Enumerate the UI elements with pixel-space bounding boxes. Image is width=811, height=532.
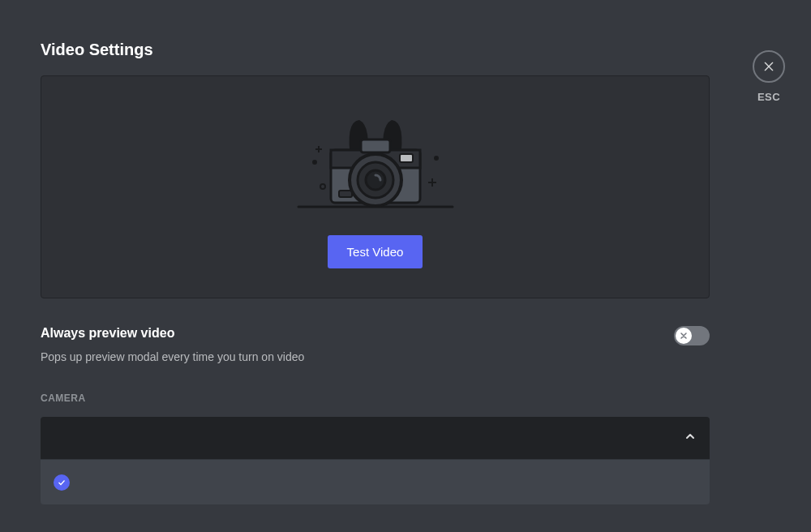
always-preview-description: Pops up preview modal every time you tur…	[41, 350, 304, 363]
close-button[interactable]	[753, 50, 785, 83]
camera-dropdown-option[interactable]	[41, 459, 710, 504]
svg-point-8	[366, 170, 385, 190]
test-video-button[interactable]: Test Video	[328, 235, 423, 268]
close-icon	[762, 60, 775, 73]
camera-illustration-icon	[294, 105, 457, 211]
check-icon	[54, 474, 70, 491]
camera-dropdown-header[interactable]	[41, 417, 710, 459]
camera-section-label: CAMERA	[41, 393, 710, 404]
video-preview-box: Test Video	[41, 75, 710, 298]
always-preview-title: Always preview video	[41, 326, 304, 341]
toggle-knob	[676, 328, 692, 344]
always-preview-toggle[interactable]	[674, 326, 710, 345]
esc-label: ESC	[757, 91, 780, 103]
svg-point-9	[313, 161, 316, 164]
svg-rect-3	[361, 139, 390, 152]
svg-point-11	[435, 157, 438, 160]
svg-rect-4	[400, 154, 413, 162]
svg-point-10	[320, 184, 325, 189]
svg-rect-5	[339, 191, 352, 197]
camera-dropdown[interactable]	[41, 417, 710, 504]
page-title: Video Settings	[41, 41, 710, 59]
chevron-up-icon	[684, 430, 697, 446]
close-icon	[679, 331, 689, 341]
